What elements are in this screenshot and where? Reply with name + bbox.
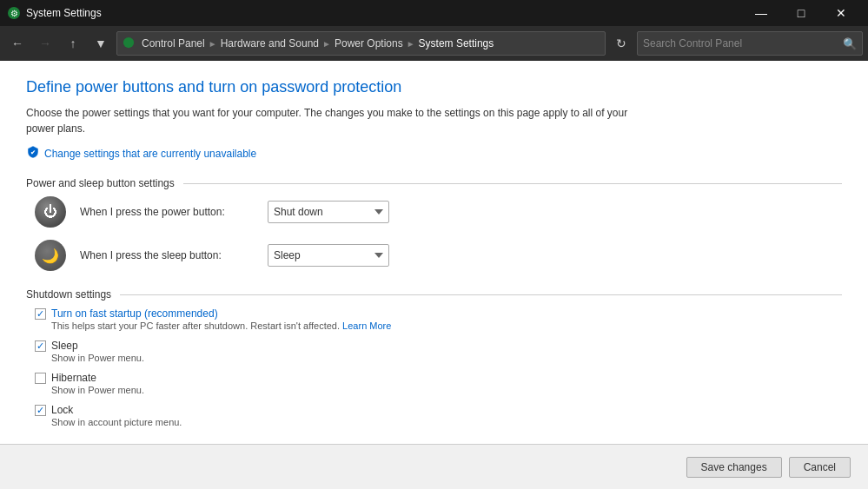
- save-changes-button[interactable]: Save changes: [686, 457, 782, 478]
- forward-button[interactable]: →: [33, 31, 57, 56]
- window-controls: — □ ✕: [741, 0, 861, 26]
- bottom-bar: Save changes Cancel: [0, 444, 868, 489]
- sleep-row: ✓ Sleep Show in Power menu.: [26, 340, 842, 363]
- hibernate-row: Hibernate Show in Power menu.: [26, 372, 842, 395]
- svg-point-2: [123, 37, 134, 48]
- maximize-button[interactable]: □: [781, 0, 821, 26]
- close-button[interactable]: ✕: [821, 0, 861, 26]
- main-content: Define power buttons and turn on passwor…: [0, 61, 868, 444]
- hibernate-checkbox[interactable]: [35, 373, 46, 384]
- fast-startup-sublabel: This helps start your PC faster after sh…: [51, 320, 391, 331]
- shutdown-settings: ✓ Turn on fast startup (recommended) Thi…: [26, 307, 842, 427]
- change-settings-link[interactable]: Change settings that are currently unava…: [44, 148, 256, 160]
- fast-startup-checkbox[interactable]: ✓: [35, 308, 46, 320]
- search-box[interactable]: 🔍: [637, 31, 863, 56]
- sleep-button-row: 🌙 When I press the sleep button: Do noth…: [26, 240, 842, 271]
- power-sleep-section-title: Power and sleep button settings: [26, 177, 842, 189]
- power-button-icon: ⏻: [35, 196, 66, 228]
- sleep-button-icon: 🌙: [35, 240, 66, 271]
- title-bar: ⚙ System Settings — □ ✕: [0, 0, 868, 26]
- back-button[interactable]: ←: [5, 31, 30, 56]
- fast-startup-row: ✓ Turn on fast startup (recommended) Thi…: [26, 307, 842, 331]
- shield-link-row: ✔ Change settings that are currently una…: [26, 145, 842, 162]
- lock-label[interactable]: Lock: [51, 404, 182, 416]
- page-description: Choose the power settings that you want …: [26, 105, 634, 136]
- hibernate-sublabel: Show in Power menu.: [51, 385, 144, 395]
- button-settings: ⏻ When I press the power button: Do noth…: [26, 196, 842, 271]
- sleep-sublabel: Show in Power menu.: [51, 353, 144, 363]
- power-button-label: When I press the power button:: [80, 206, 254, 218]
- power-button-select[interactable]: Do nothing Sleep Hibernate Shut down Tur…: [268, 201, 389, 223]
- cancel-button[interactable]: Cancel: [789, 457, 851, 478]
- svg-text:✔: ✔: [30, 149, 36, 155]
- app-icon: ⚙: [7, 6, 21, 20]
- power-button-row: ⏻ When I press the power button: Do noth…: [26, 196, 842, 228]
- search-input[interactable]: [643, 37, 839, 50]
- breadcrumb-control-panel[interactable]: Control Panel: [142, 37, 205, 50]
- sleep-button-label: When I press the sleep button:: [80, 249, 254, 261]
- shield-icon: ✔: [26, 145, 40, 162]
- fast-startup-label[interactable]: Turn on fast startup (recommended): [51, 307, 391, 320]
- lock-sublabel: Show in account picture menu.: [51, 417, 182, 427]
- sleep-checkbox[interactable]: ✓: [35, 340, 46, 352]
- recent-button[interactable]: ▼: [89, 31, 113, 56]
- hibernate-label[interactable]: Hibernate: [51, 372, 144, 384]
- page-title: Define power buttons and turn on passwor…: [26, 78, 842, 96]
- shutdown-section-title: Shutdown settings: [26, 288, 842, 301]
- minimize-button[interactable]: —: [741, 0, 781, 26]
- up-button[interactable]: ↑: [61, 31, 85, 56]
- learn-more-link[interactable]: Learn More: [342, 320, 391, 331]
- sleep-label[interactable]: Sleep: [51, 340, 144, 352]
- address-bar: ← → ↑ ▼ Control Panel ► Hardware and Sou…: [0, 26, 868, 61]
- search-icon: 🔍: [843, 37, 857, 50]
- breadcrumb-power-options[interactable]: Power Options: [335, 37, 403, 50]
- breadcrumb-icon: [123, 36, 136, 50]
- breadcrumb-current: System Settings: [419, 37, 494, 50]
- refresh-button[interactable]: ↻: [609, 31, 633, 56]
- breadcrumb: Control Panel ► Hardware and Sound ► Pow…: [116, 31, 606, 56]
- sleep-button-select[interactable]: Do nothing Sleep Hibernate Shut down: [268, 244, 389, 267]
- lock-checkbox[interactable]: ✓: [35, 405, 46, 416]
- breadcrumb-hardware-sound[interactable]: Hardware and Sound: [221, 37, 319, 50]
- lock-row: ✓ Lock Show in account picture menu.: [26, 404, 842, 427]
- title-bar-label: System Settings: [26, 7, 102, 19]
- svg-text:⚙: ⚙: [10, 9, 18, 18]
